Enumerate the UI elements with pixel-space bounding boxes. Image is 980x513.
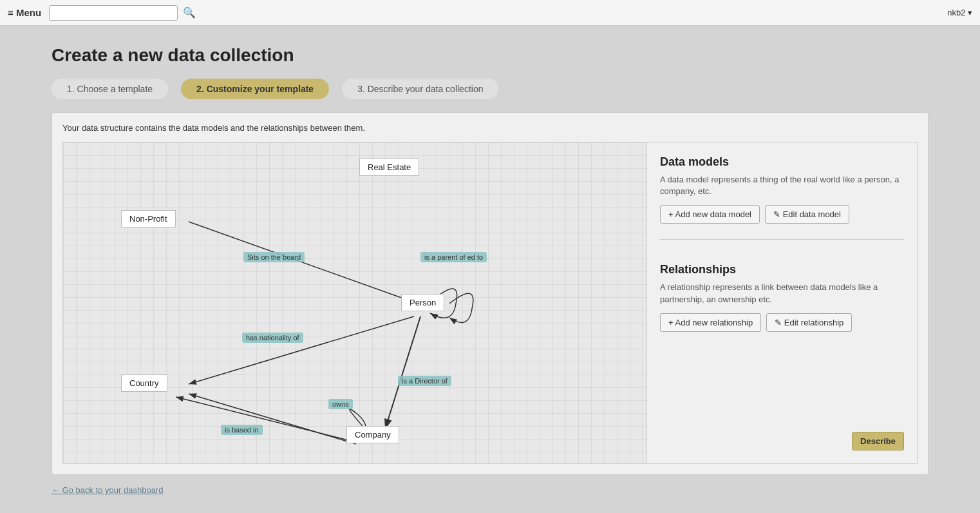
relationships-title: Relationships [660,263,904,276]
relationships-buttons: + Add new relationship ✎ Edit relationsh… [660,313,904,332]
search-wrap: 🔍 [49,5,939,21]
diagram-svg [63,142,646,463]
main-content: Create a new data collection 1. Choose a… [0,26,980,513]
header: ≡ Menu 🔍 nkb2 ▾ [0,0,980,26]
edge-is-based-in: is based in [221,425,263,435]
node-country[interactable]: Country [121,374,167,392]
relationships-section: Relationships A relationship represents … [660,263,904,331]
node-person[interactable]: Person [401,294,444,311]
content-box: Your data structure contains the data mo… [52,112,928,475]
data-models-desc: A data model represents a thing of the r… [660,174,904,197]
data-models-section: Data models A data model represents a th… [660,155,904,224]
menu-button[interactable]: ≡ Menu [8,7,41,18]
steps-nav: 1. Choose a template 2. Customize your t… [52,79,928,99]
step-3[interactable]: 3. Describe your data collection [342,79,498,99]
back-to-dashboard-link[interactable]: ← Go back to your dashboard [52,485,928,495]
node-company[interactable]: Company [346,426,399,443]
describe-row: Describe [660,425,904,450]
sidebar-bottom: Describe [660,345,904,450]
user-menu[interactable]: nkb2 ▾ [947,8,972,17]
content-description: Your data structure contains the data mo… [62,123,918,133]
search-input[interactable] [49,5,178,21]
data-models-title: Data models [660,155,904,169]
edge-sits-on-board: Sits on the board [243,252,305,262]
step-2[interactable]: 2. Customize your template [181,79,329,99]
node-real-estate[interactable]: Real Estate [359,159,419,176]
edge-owns: owns [328,399,353,409]
diagram-area: Real Estate Non-Profit Person Country Co… [62,142,647,464]
edge-has-nationality: has nationality of [242,333,303,343]
page-title: Create a new data collection [52,45,928,66]
sidebar: Data models A data model represents a th… [647,142,918,464]
edit-relationship-button[interactable]: ✎ Edit relationship [766,313,852,332]
add-data-model-button[interactable]: + Add new data model [660,205,760,224]
edge-is-parent-of: is a parent of ed to [420,252,487,262]
edit-data-model-button[interactable]: ✎ Edit data model [765,205,849,224]
node-non-profit[interactable]: Non-Profit [121,210,176,227]
add-relationship-button[interactable]: + Add new relationship [660,313,761,332]
describe-button[interactable]: Describe [852,432,904,450]
inner-layout: Real Estate Non-Profit Person Country Co… [62,142,918,464]
data-models-buttons: + Add new data model ✎ Edit data model [660,205,904,224]
relationships-desc: A relationship represents a link between… [660,282,904,305]
svg-line-4 [385,316,420,429]
step-1[interactable]: 1. Choose a template [52,79,168,99]
section-divider [660,239,904,240]
svg-line-3 [189,316,414,384]
edge-is-director: is a Director of [398,376,451,386]
search-icon: 🔍 [183,6,196,19]
